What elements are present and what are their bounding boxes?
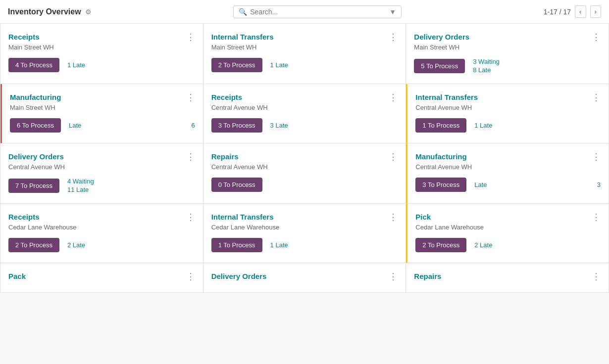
process-button[interactable]: 5 To Process xyxy=(414,59,465,73)
card-subtitle: Central Avenue WH xyxy=(8,163,195,171)
stat-late: 1 Late xyxy=(67,61,85,69)
stat-late: Late xyxy=(474,181,487,188)
card-stats: 1 Late xyxy=(270,61,288,69)
card-receipts-main: Receipts ⋮ Main Street WH 4 To Process 1… xyxy=(0,24,203,84)
stat-late: 3 Late xyxy=(270,122,288,129)
card-subtitle: Central Avenue WH xyxy=(211,163,398,171)
card-pick-cedar: Pick ⋮ Cedar Lane Warehouse 2 To Process… xyxy=(406,204,609,263)
card-internal-transfers-main: Internal Transfers ⋮ Main Street WH 2 To… xyxy=(203,24,406,84)
card-manufacturing-central: Manufacturing ⋮ Central Avenue WH 3 To P… xyxy=(406,143,609,204)
search-icon: 🔍 xyxy=(239,8,247,16)
card-receipts-cedar: Receipts ⋮ Cedar Lane Warehouse 2 To Pro… xyxy=(0,204,203,263)
card-title[interactable]: Internal Transfers xyxy=(415,93,478,101)
stat-late: 2 Late xyxy=(67,241,85,249)
partial-card-title[interactable]: Delivery Orders xyxy=(211,272,267,280)
process-button[interactable]: 1 To Process xyxy=(415,118,466,133)
kebab-menu-icon[interactable]: ⋮ xyxy=(592,272,601,281)
kebab-menu-icon[interactable]: ⋮ xyxy=(389,93,398,102)
kebab-menu-icon[interactable]: ⋮ xyxy=(389,152,398,161)
process-button[interactable]: 3 To Process xyxy=(211,118,262,133)
stat-waiting: 3 Waiting xyxy=(473,58,500,65)
pagination-text: 1-17 / 17 xyxy=(544,8,571,16)
process-button[interactable]: 4 To Process xyxy=(8,58,59,72)
partial-card-repairs-partial: Repairs ⋮ xyxy=(406,263,609,293)
process-button[interactable]: 1 To Process xyxy=(211,238,262,252)
kebab-menu-icon[interactable]: ⋮ xyxy=(592,33,601,42)
card-title[interactable]: Manufacturing xyxy=(415,152,466,161)
card-subtitle: Cedar Lane Warehouse xyxy=(8,224,195,231)
process-button[interactable]: 2 To Process xyxy=(415,238,466,252)
card-subtitle: Main Street WH xyxy=(8,44,195,51)
card-title[interactable]: Manufacturing xyxy=(10,93,61,101)
stat-late: 2 Late xyxy=(474,241,492,249)
card-title[interactable]: Pick xyxy=(415,213,431,221)
card-stats: 2 Late xyxy=(67,241,85,249)
card-subtitle: Cedar Lane Warehouse xyxy=(211,224,398,231)
process-button[interactable]: 2 To Process xyxy=(8,238,59,252)
card-stats: 2 Late xyxy=(474,241,492,249)
partial-card-pack-partial: Pack ⋮ xyxy=(0,263,203,293)
card-title[interactable]: Internal Transfers xyxy=(211,33,274,41)
card-subtitle: Main Street WH xyxy=(414,44,601,51)
stat-late: 1 Late xyxy=(474,122,492,129)
kebab-menu-icon[interactable]: ⋮ xyxy=(186,213,195,222)
partial-card-delivery-orders-partial: Delivery Orders ⋮ xyxy=(203,263,406,293)
kebab-menu-icon[interactable]: ⋮ xyxy=(186,272,195,281)
process-button[interactable]: 6 To Process xyxy=(10,118,61,133)
card-title[interactable]: Internal Transfers xyxy=(211,213,274,221)
card-internal-transfers-cedar: Internal Transfers ⋮ Cedar Lane Warehous… xyxy=(203,204,406,263)
card-stats: 3 Waiting8 Late xyxy=(473,58,500,74)
card-manufacturing-main: Manufacturing ⋮ Main Street WH 6 To Proc… xyxy=(0,84,203,143)
search-input[interactable] xyxy=(250,8,387,16)
stat-number: 3 xyxy=(597,181,601,188)
prev-page-button[interactable]: ‹ xyxy=(575,5,586,18)
card-stats: 3 Late xyxy=(270,122,288,129)
process-button[interactable]: 0 To Process xyxy=(211,178,262,192)
card-stats: 1 Late xyxy=(67,61,85,69)
pagination: 1-17 / 17 ‹ › xyxy=(544,5,601,18)
kebab-menu-icon[interactable]: ⋮ xyxy=(592,152,601,161)
kebab-menu-icon[interactable]: ⋮ xyxy=(592,213,601,222)
header: Inventory Overview ⚙ 🔍 ▼ 1-17 / 17 ‹ › xyxy=(0,0,609,24)
card-title[interactable]: Delivery Orders xyxy=(8,152,64,161)
card-subtitle: Central Avenue WH xyxy=(211,104,398,111)
gear-icon[interactable]: ⚙ xyxy=(85,8,92,16)
card-stats: 1 Late xyxy=(474,122,492,129)
stat-late: 8 Late xyxy=(473,66,500,74)
card-title[interactable]: Repairs xyxy=(211,152,239,161)
header-left: Inventory Overview ⚙ xyxy=(8,7,92,16)
partial-card-title[interactable]: Pack xyxy=(8,272,26,280)
kebab-menu-icon[interactable]: ⋮ xyxy=(186,93,195,102)
card-stats: 1 Late xyxy=(270,241,288,249)
kebab-menu-icon[interactable]: ⋮ xyxy=(186,152,195,161)
stat-number: 6 xyxy=(191,122,195,129)
card-subtitle: Main Street WH xyxy=(211,44,398,51)
card-subtitle: Central Avenue WH xyxy=(415,163,601,171)
card-subtitle: Main Street WH xyxy=(10,104,195,111)
card-title[interactable]: Receipts xyxy=(8,33,40,41)
process-button[interactable]: 3 To Process xyxy=(415,178,466,192)
card-title[interactable]: Delivery Orders xyxy=(414,33,469,41)
dropdown-arrow-icon[interactable]: ▼ xyxy=(389,8,396,16)
process-button[interactable]: 7 To Process xyxy=(8,179,59,193)
kebab-menu-icon[interactable]: ⋮ xyxy=(186,33,195,42)
card-title[interactable]: Receipts xyxy=(211,93,243,101)
stat-waiting: 4 Waiting xyxy=(67,178,94,185)
stat-late: Late xyxy=(69,122,81,129)
card-title[interactable]: Receipts xyxy=(8,213,40,221)
kebab-menu-icon[interactable]: ⋮ xyxy=(592,93,601,102)
stat-late: 11 Late xyxy=(67,186,94,193)
kebab-menu-icon[interactable]: ⋮ xyxy=(389,213,398,222)
inventory-grid: Receipts ⋮ Main Street WH 4 To Process 1… xyxy=(0,24,609,293)
partial-card-title[interactable]: Repairs xyxy=(414,272,441,280)
card-internal-transfers-central: Internal Transfers ⋮ Central Avenue WH 1… xyxy=(406,84,609,143)
process-button[interactable]: 2 To Process xyxy=(211,58,262,72)
kebab-menu-icon[interactable]: ⋮ xyxy=(389,272,398,281)
next-page-button[interactable]: › xyxy=(590,5,601,18)
card-repairs-central: Repairs ⋮ Central Avenue WH 0 To Process xyxy=(203,143,406,204)
card-subtitle: Cedar Lane Warehouse xyxy=(415,224,601,231)
kebab-menu-icon[interactable]: ⋮ xyxy=(389,33,398,42)
page-title: Inventory Overview xyxy=(8,7,81,16)
card-subtitle: Central Avenue WH xyxy=(415,104,601,111)
stat-late: 1 Late xyxy=(270,61,288,69)
